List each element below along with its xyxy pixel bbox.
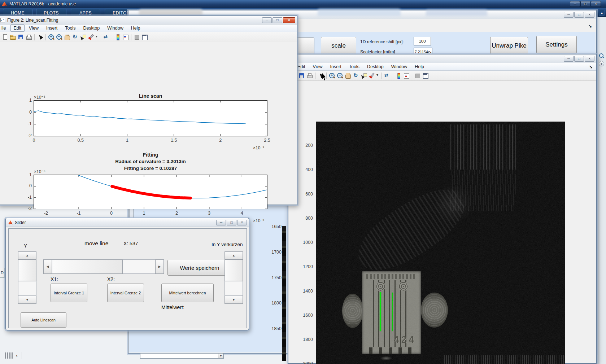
settings-button[interactable]: Settings bbox=[536, 36, 577, 53]
dropdown-select[interactable]: ▼ bbox=[140, 353, 224, 359]
y-slider-trough[interactable] bbox=[18, 281, 36, 296]
data-cursor-icon[interactable] bbox=[360, 72, 367, 79]
line-scan-axes[interactable]: 00.511.522.510-1-2 bbox=[34, 100, 267, 136]
menu-item-desktop[interactable]: Desktop bbox=[80, 25, 103, 32]
undock-icon[interactable]: ↘ bbox=[588, 23, 592, 28]
new-doc-icon[interactable] bbox=[1, 34, 9, 41]
close-button[interactable]: × bbox=[585, 56, 594, 62]
menu-item-help[interactable]: Help bbox=[411, 63, 427, 70]
minimize-button[interactable]: ─ bbox=[564, 12, 574, 18]
search-icon[interactable] bbox=[599, 53, 605, 59]
mittelwert-label: Mittelwert: bbox=[161, 304, 184, 310]
menu-item-desktop[interactable]: Desktop bbox=[364, 63, 387, 70]
interval-grenze-1-button[interactable]: Interval Grenze 1 bbox=[51, 284, 87, 302]
print-icon[interactable] bbox=[25, 34, 32, 41]
scale-button[interactable]: scale bbox=[321, 37, 356, 55]
close-button[interactable]: × bbox=[591, 1, 601, 7]
menu-item-help[interactable]: Help bbox=[128, 25, 144, 32]
maximize-button[interactable]: □ bbox=[574, 12, 584, 18]
close-button[interactable]: × bbox=[585, 12, 594, 18]
auto-linescan-button[interactable]: Auto Linescan bbox=[21, 312, 66, 328]
docked-panel-tab[interactable]: D bbox=[0, 268, 5, 278]
data-cursor-icon[interactable] bbox=[79, 34, 87, 41]
save-icon[interactable] bbox=[17, 34, 25, 41]
menu-item-window[interactable]: Window bbox=[388, 63, 410, 70]
fitting-axes[interactable]: -2-10123410-1-2 bbox=[34, 175, 267, 209]
link-plots-icon[interactable] bbox=[384, 72, 391, 79]
move-line-trough[interactable] bbox=[123, 259, 155, 274]
ref-shift-input[interactable]: 100 bbox=[414, 37, 431, 45]
dock-figure-icon[interactable] bbox=[422, 72, 429, 79]
open-folder-icon[interactable] bbox=[9, 34, 17, 41]
arrow-cursor-icon[interactable] bbox=[36, 34, 44, 41]
menu-item-insert[interactable]: Insert bbox=[327, 63, 344, 70]
pan-hand-icon[interactable] bbox=[64, 34, 71, 41]
unwrap-pike-button[interactable]: Unwrap Pike bbox=[490, 37, 528, 55]
y-slider-thumb[interactable] bbox=[18, 259, 36, 281]
brush-icon[interactable] bbox=[87, 34, 95, 41]
menu-item-view[interactable]: View bbox=[310, 63, 326, 70]
insert-colorbar-icon[interactable] bbox=[114, 34, 121, 41]
ld-titlebar[interactable]: ld ─ □ × bbox=[288, 54, 596, 63]
chevron-down-circle-icon[interactable]: ▾ bbox=[599, 61, 604, 66]
zoom-out-icon[interactable] bbox=[336, 72, 344, 79]
zoom-in-icon[interactable] bbox=[328, 72, 336, 79]
figure-icon bbox=[0, 18, 5, 22]
y-tick-label: -1 bbox=[14, 121, 32, 126]
close-button[interactable]: × bbox=[283, 17, 295, 23]
menu-item-insert[interactable]: Insert bbox=[43, 25, 61, 32]
zoom-in-icon[interactable] bbox=[48, 34, 55, 41]
y-slider-up-button[interactable]: ▲ bbox=[18, 251, 36, 259]
screen: MATLAB R2016b - academic use ─ □ × HOMEP… bbox=[0, 0, 606, 364]
restore-button[interactable]: □ bbox=[580, 1, 590, 7]
minimize-button[interactable]: ─ bbox=[564, 56, 574, 62]
insert-legend-icon[interactable] bbox=[122, 34, 129, 41]
in-y-slider-up-button[interactable]: ▲ bbox=[224, 251, 243, 259]
insert-legend-icon[interactable] bbox=[403, 72, 410, 79]
close-button[interactable]: × bbox=[237, 220, 247, 225]
maximize-button[interactable]: □ bbox=[574, 56, 584, 62]
minimize-button[interactable]: ─ bbox=[262, 17, 272, 23]
in-y-slider-thumb[interactable] bbox=[224, 259, 243, 281]
rotate-3d-icon[interactable] bbox=[71, 34, 79, 41]
figure2-titlebar[interactable]: Figure 2: Line_scan,Fitting ─ □ × bbox=[0, 16, 297, 25]
menu-item-tools[interactable]: Tools bbox=[346, 63, 363, 70]
minimize-button[interactable]: ─ bbox=[570, 1, 580, 7]
menu-caret-icon[interactable] bbox=[95, 34, 99, 41]
move-line-left-button[interactable]: ◀ bbox=[43, 259, 52, 274]
move-line-thumb[interactable] bbox=[52, 259, 123, 274]
menu-item-window[interactable]: Window bbox=[104, 25, 126, 32]
statusbar-grip[interactable]: ▴ bbox=[5, 352, 30, 360]
phase-image[interactable]: 424 bbox=[316, 122, 565, 364]
brush-icon[interactable] bbox=[368, 72, 375, 79]
print-icon[interactable] bbox=[306, 72, 313, 79]
dock-blank-icon[interactable] bbox=[414, 72, 421, 79]
pan-hand-icon[interactable] bbox=[344, 72, 352, 79]
link-plots-icon[interactable] bbox=[103, 34, 110, 41]
zoom-out-icon[interactable] bbox=[56, 34, 63, 41]
rotate-3d-icon[interactable] bbox=[352, 72, 359, 79]
menu-item-tools[interactable]: Tools bbox=[62, 25, 79, 32]
move-line-right-button[interactable]: ▶ bbox=[155, 259, 164, 274]
dropdown-arrow-icon[interactable]: ▼ bbox=[218, 354, 223, 358]
interval-grenze-2-button[interactable]: Interval Grenze 2 bbox=[107, 284, 144, 302]
minimize-button[interactable]: ─ bbox=[216, 220, 226, 225]
in-y-slider-down-button[interactable]: ▼ bbox=[224, 296, 243, 304]
mittelwert-berechnen-button[interactable]: Mittelwert berechnen bbox=[161, 284, 214, 302]
werte-speichern-button[interactable]: Werte speichern bbox=[167, 260, 232, 276]
menu-caret-icon[interactable] bbox=[376, 72, 380, 79]
y-slider-down-button[interactable]: ▼ bbox=[18, 296, 36, 304]
menu-item-edit[interactable]: Edit bbox=[10, 25, 25, 32]
undock-icon[interactable]: ↘ bbox=[589, 64, 593, 69]
in-y-slider-trough[interactable] bbox=[224, 281, 243, 296]
dock-blank-icon[interactable] bbox=[133, 34, 140, 41]
slider-titlebar[interactable]: Slider ─ □ × bbox=[6, 218, 249, 227]
maximize-button[interactable]: □ bbox=[227, 220, 236, 225]
maximize-button[interactable]: □ bbox=[273, 17, 282, 23]
save-icon[interactable] bbox=[298, 72, 305, 79]
menu-item-ile[interactable]: ile bbox=[0, 25, 9, 32]
menu-item-view[interactable]: View bbox=[26, 25, 42, 32]
ribbon-collapse-icon[interactable]: ▲ bbox=[599, 10, 605, 16]
dock-figure-icon[interactable] bbox=[141, 34, 148, 41]
insert-colorbar-icon[interactable] bbox=[395, 72, 402, 79]
